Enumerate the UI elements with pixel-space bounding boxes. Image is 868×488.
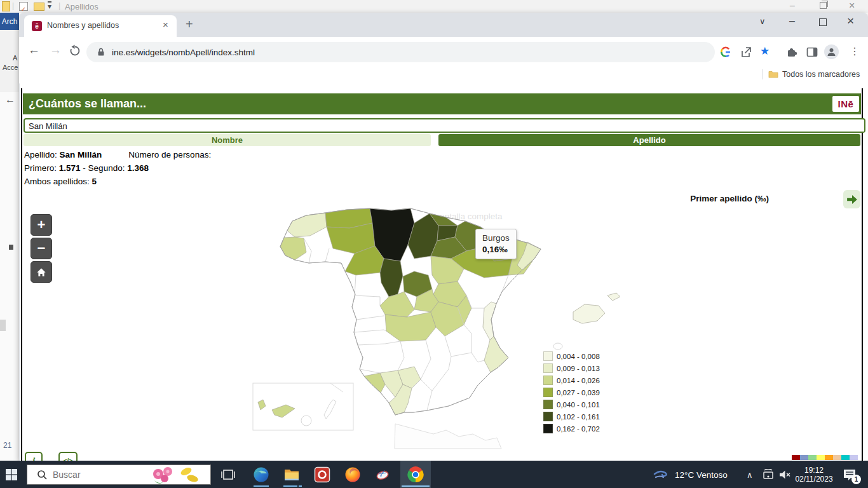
tab-close-icon[interactable]: × <box>163 19 168 30</box>
profile-avatar[interactable] <box>824 44 839 59</box>
province-la-palma[interactable] <box>258 400 266 410</box>
quick-access-arrow-icon[interactable]: ▾ <box>48 1 51 11</box>
info-line-2: Primero: 1.571 - Segundo: 1.368 <box>24 163 149 173</box>
url-input[interactable] <box>111 47 558 58</box>
cast-display-glyph <box>762 469 775 480</box>
snipping-tool-icon[interactable]: ✂ <box>375 466 391 483</box>
avatar-person-icon <box>826 46 837 57</box>
map-zoom-in-button[interactable]: + <box>31 214 52 236</box>
bg-restore-button[interactable] <box>820 2 827 9</box>
file-tab[interactable]: Arch <box>0 13 19 30</box>
back-arrow-bg-icon[interactable]: ← <box>5 94 15 105</box>
ine-logo: INē <box>832 96 859 112</box>
color-palette-strip <box>792 455 858 460</box>
surname-search-box[interactable] <box>24 118 865 133</box>
segundo-label: Segundo: <box>88 163 125 173</box>
titlebar-divider-2: | <box>58 1 60 10</box>
folder-icon[interactable] <box>34 3 44 11</box>
map-home-button[interactable] <box>31 261 52 283</box>
cast-display-icon[interactable] <box>762 469 775 480</box>
palette-color <box>808 455 817 460</box>
explorer-running-indicator-2 <box>299 485 302 487</box>
widget-border-left <box>21 88 22 461</box>
legend-swatch <box>543 412 553 421</box>
reload-button[interactable] <box>69 44 81 57</box>
segundo-value: 1.368 <box>127 163 149 173</box>
tab-search-chevron-icon[interactable]: ∨ <box>759 17 766 26</box>
edge-icon[interactable] <box>253 466 269 483</box>
volume-muted-icon[interactable] <box>778 469 792 480</box>
weather-wind-icon[interactable] <box>653 469 670 480</box>
province-gran-canaria[interactable] <box>301 416 311 426</box>
legend-item: 0,102 - 0,161 <box>543 412 600 421</box>
province-lanzarote-fuerteventura[interactable] <box>324 400 336 419</box>
chrome-menu-icon[interactable]: ⋮ <box>850 45 860 57</box>
legend-item: 0,162 - 0,702 <box>543 424 600 433</box>
legend-item: 0,009 - 0,013 <box>543 363 600 373</box>
file-tab-label: Arch <box>2 17 18 26</box>
next-map-arrow-button[interactable] <box>843 190 860 208</box>
check-glyph: ✓ <box>21 6 26 13</box>
notification-badge-count: 1 <box>855 476 858 483</box>
side-panel-icon[interactable] <box>806 46 818 58</box>
taskbar-search-box[interactable] <box>27 464 211 485</box>
palette-color <box>825 455 833 460</box>
taskbar-weather[interactable]: 12°C Ventoso <box>675 470 728 480</box>
info-line-1: Apellido: San MillánNúmero de personas: <box>24 150 211 159</box>
bg-minimize-button[interactable]: – <box>790 0 795 10</box>
legend-label: 0,040 - 0,101 <box>557 401 600 409</box>
legend-label: 0,102 - 0,161 <box>557 413 600 421</box>
google-g-icon[interactable] <box>719 46 732 58</box>
new-tab-button[interactable]: + <box>186 17 193 32</box>
file-explorer-icon[interactable] <box>283 467 300 482</box>
chrome-icon[interactable] <box>407 466 424 483</box>
clock-time: 19:12 <box>791 466 837 475</box>
check-icon[interactable]: ✓ <box>19 2 28 11</box>
taskbar-search-input[interactable] <box>51 469 149 480</box>
bookmarks-divider <box>762 69 763 79</box>
legend-swatch <box>543 376 553 385</box>
edge-running-indicator <box>254 485 269 487</box>
home-icon <box>35 266 48 278</box>
tooltip-region: Burgos <box>482 233 510 244</box>
notification-center-button[interactable]: 1 <box>843 468 860 484</box>
browser-tab[interactable]: ē Nombres y apellidos × <box>24 15 177 37</box>
extensions-puzzle-icon[interactable] <box>785 46 798 58</box>
clock-date: 02/11/2023 <box>791 475 837 484</box>
doc-area-strip <box>0 92 20 461</box>
apellido-value: San Millán <box>60 150 102 159</box>
ribbon-text-2: Acce <box>3 64 18 71</box>
bookmarks-folder-icon[interactable] <box>768 70 778 78</box>
tray-chevron-up-icon[interactable]: ∧ <box>747 470 753 480</box>
map-tooltip: Burgos 0,16‰ <box>475 229 517 259</box>
chrome-minimize-button[interactable]: – <box>789 15 795 27</box>
share-icon[interactable] <box>739 45 753 59</box>
ambos-value: 5 <box>92 177 97 186</box>
tab-apellido[interactable]: Apellido <box>438 134 860 146</box>
all-bookmarks-label[interactable]: Todos los marcadores <box>782 70 860 79</box>
scroll-mark[interactable] <box>9 245 13 250</box>
primero-label: Primero: <box>24 163 57 173</box>
forward-button[interactable]: → <box>50 43 62 57</box>
map-zoom-out-button[interactable]: − <box>31 238 52 259</box>
red-o-app-icon[interactable] <box>314 466 330 483</box>
province-menorca[interactable] <box>607 293 620 301</box>
tab-nombre[interactable]: Nombre <box>24 134 431 146</box>
numero-label: Número de personas: <box>128 150 211 159</box>
firefox-icon[interactable] <box>344 466 361 483</box>
weather-temp: 12°C <box>675 470 694 480</box>
start-button[interactable] <box>5 468 20 481</box>
province-mallorca[interactable] <box>573 304 605 323</box>
palette-color <box>841 455 850 460</box>
province-tenerife[interactable] <box>272 405 295 417</box>
chrome-close-button[interactable]: × <box>847 14 854 28</box>
surname-search-input[interactable] <box>27 121 864 132</box>
chrome-maximize-button[interactable] <box>819 18 827 26</box>
taskbar-clock[interactable]: 19:12 02/11/2023 <box>791 466 837 484</box>
bg-close-button[interactable]: × <box>849 0 855 11</box>
bookmark-star-icon[interactable]: ★ <box>760 44 770 58</box>
province-ibiza[interactable] <box>553 343 562 349</box>
task-view-button[interactable] <box>221 468 235 481</box>
address-bar[interactable] <box>86 42 715 62</box>
back-button[interactable]: ← <box>28 43 40 57</box>
